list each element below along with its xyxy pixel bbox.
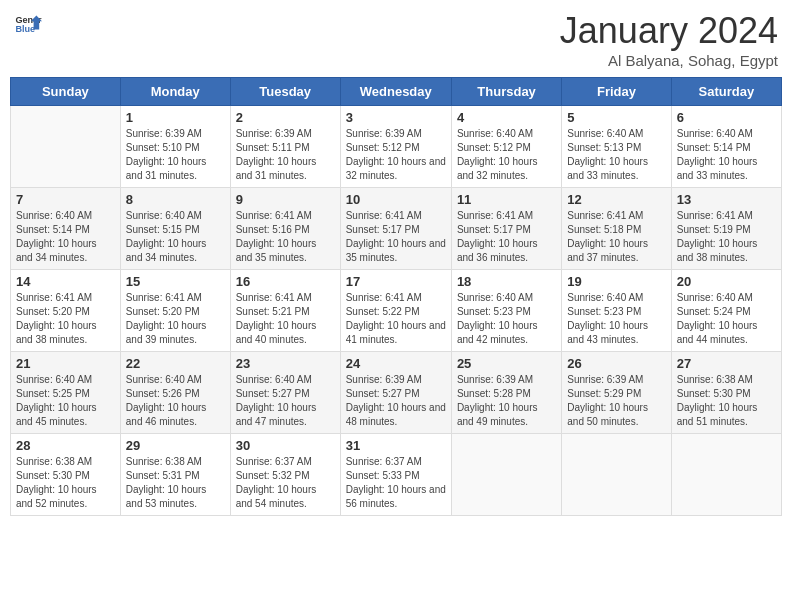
location: Al Balyana, Sohag, Egypt — [560, 52, 778, 69]
calendar-cell: 20Sunrise: 6:40 AMSunset: 5:24 PMDayligh… — [671, 270, 781, 352]
calendar-cell: 23Sunrise: 6:40 AMSunset: 5:27 PMDayligh… — [230, 352, 340, 434]
day-number: 14 — [16, 274, 115, 289]
day-info: Sunrise: 6:40 AMSunset: 5:23 PMDaylight:… — [567, 291, 665, 347]
day-number: 24 — [346, 356, 446, 371]
calendar-cell: 14Sunrise: 6:41 AMSunset: 5:20 PMDayligh… — [11, 270, 121, 352]
day-number: 18 — [457, 274, 556, 289]
calendar-cell: 8Sunrise: 6:40 AMSunset: 5:15 PMDaylight… — [120, 188, 230, 270]
day-number: 11 — [457, 192, 556, 207]
column-header-thursday: Thursday — [451, 78, 561, 106]
day-number: 4 — [457, 110, 556, 125]
day-info: Sunrise: 6:40 AMSunset: 5:23 PMDaylight:… — [457, 291, 556, 347]
calendar-week-1: 1Sunrise: 6:39 AMSunset: 5:10 PMDaylight… — [11, 106, 782, 188]
day-info: Sunrise: 6:40 AMSunset: 5:27 PMDaylight:… — [236, 373, 335, 429]
day-number: 17 — [346, 274, 446, 289]
day-info: Sunrise: 6:41 AMSunset: 5:21 PMDaylight:… — [236, 291, 335, 347]
day-info: Sunrise: 6:41 AMSunset: 5:20 PMDaylight:… — [126, 291, 225, 347]
day-number: 26 — [567, 356, 665, 371]
day-number: 22 — [126, 356, 225, 371]
day-info: Sunrise: 6:39 AMSunset: 5:27 PMDaylight:… — [346, 373, 446, 429]
calendar-cell — [671, 434, 781, 516]
day-number: 10 — [346, 192, 446, 207]
day-number: 23 — [236, 356, 335, 371]
calendar-cell: 11Sunrise: 6:41 AMSunset: 5:17 PMDayligh… — [451, 188, 561, 270]
calendar-cell: 19Sunrise: 6:40 AMSunset: 5:23 PMDayligh… — [562, 270, 671, 352]
day-info: Sunrise: 6:41 AMSunset: 5:17 PMDaylight:… — [346, 209, 446, 265]
calendar-cell: 4Sunrise: 6:40 AMSunset: 5:12 PMDaylight… — [451, 106, 561, 188]
day-info: Sunrise: 6:41 AMSunset: 5:19 PMDaylight:… — [677, 209, 776, 265]
day-info: Sunrise: 6:40 AMSunset: 5:25 PMDaylight:… — [16, 373, 115, 429]
day-number: 30 — [236, 438, 335, 453]
day-info: Sunrise: 6:39 AMSunset: 5:10 PMDaylight:… — [126, 127, 225, 183]
logo-icon: General Blue — [14, 10, 42, 38]
day-number: 28 — [16, 438, 115, 453]
day-info: Sunrise: 6:40 AMSunset: 5:13 PMDaylight:… — [567, 127, 665, 183]
calendar-cell: 30Sunrise: 6:37 AMSunset: 5:32 PMDayligh… — [230, 434, 340, 516]
day-info: Sunrise: 6:39 AMSunset: 5:29 PMDaylight:… — [567, 373, 665, 429]
day-info: Sunrise: 6:41 AMSunset: 5:17 PMDaylight:… — [457, 209, 556, 265]
day-info: Sunrise: 6:39 AMSunset: 5:28 PMDaylight:… — [457, 373, 556, 429]
svg-text:Blue: Blue — [15, 24, 35, 34]
day-number: 16 — [236, 274, 335, 289]
calendar-cell — [11, 106, 121, 188]
calendar-cell: 18Sunrise: 6:40 AMSunset: 5:23 PMDayligh… — [451, 270, 561, 352]
calendar-cell: 21Sunrise: 6:40 AMSunset: 5:25 PMDayligh… — [11, 352, 121, 434]
calendar-cell: 10Sunrise: 6:41 AMSunset: 5:17 PMDayligh… — [340, 188, 451, 270]
day-number: 21 — [16, 356, 115, 371]
calendar-cell: 16Sunrise: 6:41 AMSunset: 5:21 PMDayligh… — [230, 270, 340, 352]
day-info: Sunrise: 6:37 AMSunset: 5:32 PMDaylight:… — [236, 455, 335, 511]
day-info: Sunrise: 6:41 AMSunset: 5:18 PMDaylight:… — [567, 209, 665, 265]
calendar-cell: 15Sunrise: 6:41 AMSunset: 5:20 PMDayligh… — [120, 270, 230, 352]
day-number: 27 — [677, 356, 776, 371]
day-number: 25 — [457, 356, 556, 371]
day-number: 19 — [567, 274, 665, 289]
day-info: Sunrise: 6:41 AMSunset: 5:16 PMDaylight:… — [236, 209, 335, 265]
calendar-cell: 26Sunrise: 6:39 AMSunset: 5:29 PMDayligh… — [562, 352, 671, 434]
logo: General Blue — [14, 10, 42, 38]
column-header-saturday: Saturday — [671, 78, 781, 106]
column-header-wednesday: Wednesday — [340, 78, 451, 106]
calendar-cell: 2Sunrise: 6:39 AMSunset: 5:11 PMDaylight… — [230, 106, 340, 188]
day-info: Sunrise: 6:41 AMSunset: 5:20 PMDaylight:… — [16, 291, 115, 347]
day-number: 5 — [567, 110, 665, 125]
calendar-header-row: SundayMondayTuesdayWednesdayThursdayFrid… — [11, 78, 782, 106]
calendar-cell: 28Sunrise: 6:38 AMSunset: 5:30 PMDayligh… — [11, 434, 121, 516]
calendar-cell: 12Sunrise: 6:41 AMSunset: 5:18 PMDayligh… — [562, 188, 671, 270]
day-info: Sunrise: 6:39 AMSunset: 5:12 PMDaylight:… — [346, 127, 446, 183]
column-header-tuesday: Tuesday — [230, 78, 340, 106]
day-info: Sunrise: 6:40 AMSunset: 5:14 PMDaylight:… — [677, 127, 776, 183]
day-info: Sunrise: 6:40 AMSunset: 5:26 PMDaylight:… — [126, 373, 225, 429]
day-number: 13 — [677, 192, 776, 207]
day-number: 20 — [677, 274, 776, 289]
day-number: 7 — [16, 192, 115, 207]
calendar-cell: 13Sunrise: 6:41 AMSunset: 5:19 PMDayligh… — [671, 188, 781, 270]
calendar-week-4: 21Sunrise: 6:40 AMSunset: 5:25 PMDayligh… — [11, 352, 782, 434]
calendar-week-3: 14Sunrise: 6:41 AMSunset: 5:20 PMDayligh… — [11, 270, 782, 352]
day-number: 3 — [346, 110, 446, 125]
day-number: 8 — [126, 192, 225, 207]
calendar-cell: 31Sunrise: 6:37 AMSunset: 5:33 PMDayligh… — [340, 434, 451, 516]
calendar-cell — [451, 434, 561, 516]
day-number: 6 — [677, 110, 776, 125]
calendar-week-2: 7Sunrise: 6:40 AMSunset: 5:14 PMDaylight… — [11, 188, 782, 270]
calendar-cell: 5Sunrise: 6:40 AMSunset: 5:13 PMDaylight… — [562, 106, 671, 188]
day-info: Sunrise: 6:40 AMSunset: 5:24 PMDaylight:… — [677, 291, 776, 347]
calendar-table: SundayMondayTuesdayWednesdayThursdayFrid… — [10, 77, 782, 516]
column-header-friday: Friday — [562, 78, 671, 106]
month-title: January 2024 — [560, 10, 778, 52]
calendar-cell: 1Sunrise: 6:39 AMSunset: 5:10 PMDaylight… — [120, 106, 230, 188]
day-info: Sunrise: 6:38 AMSunset: 5:31 PMDaylight:… — [126, 455, 225, 511]
day-number: 29 — [126, 438, 225, 453]
title-block: January 2024 Al Balyana, Sohag, Egypt — [560, 10, 778, 69]
calendar-cell: 25Sunrise: 6:39 AMSunset: 5:28 PMDayligh… — [451, 352, 561, 434]
day-number: 31 — [346, 438, 446, 453]
day-info: Sunrise: 6:41 AMSunset: 5:22 PMDaylight:… — [346, 291, 446, 347]
day-info: Sunrise: 6:40 AMSunset: 5:15 PMDaylight:… — [126, 209, 225, 265]
calendar-cell: 22Sunrise: 6:40 AMSunset: 5:26 PMDayligh… — [120, 352, 230, 434]
day-info: Sunrise: 6:38 AMSunset: 5:30 PMDaylight:… — [677, 373, 776, 429]
day-info: Sunrise: 6:40 AMSunset: 5:12 PMDaylight:… — [457, 127, 556, 183]
day-info: Sunrise: 6:40 AMSunset: 5:14 PMDaylight:… — [16, 209, 115, 265]
calendar-cell: 9Sunrise: 6:41 AMSunset: 5:16 PMDaylight… — [230, 188, 340, 270]
day-info: Sunrise: 6:37 AMSunset: 5:33 PMDaylight:… — [346, 455, 446, 511]
day-number: 12 — [567, 192, 665, 207]
